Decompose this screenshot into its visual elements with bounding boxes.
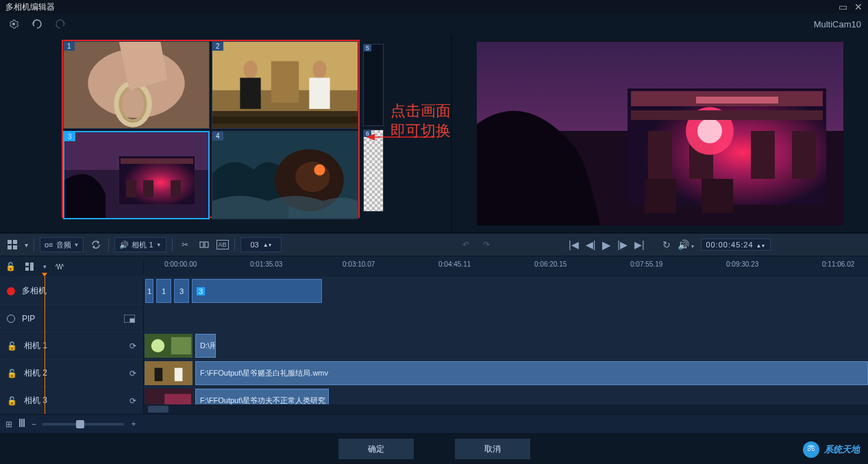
waveform-icon[interactable] [53,260,67,273]
loop-icon[interactable]: ↻ [662,239,671,250]
track-cam2: 🔓 相机 2 ⟳ F:\FFOutput\星爷赌圣白礼服结局.wmv [0,359,868,387]
svg-rect-44 [200,242,203,247]
scrollbar-thumb[interactable] [148,406,169,413]
track-body-multicam[interactable]: 1 1 3 3 [144,278,868,304]
track-body-pip[interactable] [144,305,868,332]
svg-rect-42 [8,245,12,249]
camera-cell-2[interactable]: 2 [212,41,358,129]
track-body-cam1[interactable]: D:\用 [144,332,868,359]
mc-seg[interactable]: 1 [156,279,171,303]
pip-ring-icon[interactable] [7,315,15,323]
fit-icon[interactable]: ⊞ [5,419,12,429]
timeline-hscroll[interactable] [144,404,868,414]
clip-cam2[interactable]: F:\FFOutput\星爷赌圣白礼服结局.wmv [195,361,868,385]
settings-icon[interactable] [7,17,21,31]
cut-icon[interactable]: ✂ [178,238,192,252]
close-icon[interactable]: ✕ [854,1,863,12]
toolbar: MultiCam10 [0,14,868,34]
extra-cam-column: 5 6 [363,44,384,212]
svg-rect-12 [271,61,299,103]
svg-point-66 [813,449,814,450]
svg-point-62 [803,441,819,458]
record-dot-icon[interactable] [7,287,15,295]
marker-icon[interactable] [18,419,26,429]
svg-rect-17 [126,180,136,197]
svg-rect-19 [171,180,181,197]
svg-rect-33 [751,131,775,179]
refresh-icon[interactable]: ⟳ [129,369,136,378]
svg-point-22 [295,162,330,192]
lock-icon[interactable]: 🔓 [7,396,17,406]
svg-rect-53 [171,337,191,354]
upper-panels: 1 2 3 4 5 6 点击画面 即可切换 [0,34,868,233]
svg-point-36 [697,119,722,143]
text-box-icon[interactable]: AB [216,240,229,249]
step-back-icon[interactable]: ◀| [586,239,596,250]
play-icon[interactable]: ▶ [602,239,610,252]
svg-rect-61 [23,419,25,427]
camera-cell-3[interactable]: 3 [63,131,210,219]
zoom-in-icon[interactable]: ＋ [129,418,138,430]
svg-rect-45 [205,242,208,247]
time-ruler[interactable]: 0:00:00.00 0:01:35.03 0:03:10.07 0:04:45… [144,256,868,277]
mc-seg[interactable]: 3 [174,279,189,303]
cell-number: 2 [212,42,223,51]
track-options-icon[interactable] [23,260,36,273]
clip-thumb[interactable] [144,334,193,358]
svg-point-23 [314,164,325,175]
split-icon[interactable] [197,238,211,252]
history-fwd-icon[interactable]: ↷ [480,238,493,252]
step-fwd-icon[interactable]: |▶ [617,239,628,250]
zoom-knob[interactable] [76,420,84,428]
go-start-icon[interactable]: |◀ [569,239,579,250]
cancel-button[interactable]: 取消 [455,439,530,459]
track-body-cam2[interactable]: F:\FFOutput\星爷赌圣白礼服结局.wmv [144,360,868,387]
preview-monitor[interactable] [477,42,843,225]
pip-mode-icon[interactable] [123,312,136,326]
refresh-icon[interactable]: ⟳ [129,396,136,406]
undo-icon[interactable] [30,17,44,31]
history-back-icon[interactable]: ↶ [459,238,473,252]
timecode-display[interactable]: 00:00:45:24▲▾ [701,239,770,251]
minimize-icon[interactable]: ▭ [839,1,847,12]
window-controls: ▭ ✕ [839,1,863,12]
camera-cell-1[interactable]: 1 [63,41,210,129]
clip-cam1[interactable]: D:\用 [195,334,216,358]
refresh-icon[interactable]: ⟳ [129,341,136,351]
svg-rect-56 [175,368,183,381]
lock-all-icon[interactable]: 🔓 [5,262,16,271]
zoom-slider[interactable] [42,423,124,426]
zoom-out-icon[interactable]: − [32,419,36,429]
svg-rect-54 [145,361,193,385]
grid-caret[interactable]: ▾ [25,241,28,249]
timeline-header: 🔓 ▾ 0:00:00.00 0:01:35.03 0:03:10.07 0:0… [0,256,868,277]
window-title: 多相机编辑器 [5,1,55,13]
svg-rect-59 [19,419,21,427]
redo-icon[interactable] [53,17,67,31]
controls-bar: ▾ o≡ 音频 ▼ 🔊 相机 1 ▼ ✂ AB 03▲▾ ↶ ↷ |◀ ◀| ▶… [0,233,868,256]
cell-number: 4 [212,132,223,141]
lock-icon[interactable]: 🔓 [7,369,17,378]
playhead[interactable] [45,277,45,414]
ok-button[interactable]: 确定 [338,439,414,459]
sync-audio-icon[interactable] [89,238,103,252]
camera-cell-5[interactable]: 5 [363,44,384,126]
svg-rect-40 [8,240,12,244]
frame-counter[interactable]: 03▲▾ [240,237,282,252]
go-end-icon[interactable]: ▶| [634,239,645,250]
camera-cell-4[interactable]: 4 [212,131,358,219]
cell-number: 3 [64,132,75,141]
mc-seg[interactable]: 1 [145,279,153,303]
track-options-caret[interactable]: ▾ [43,263,47,270]
audio-source-dropdown[interactable]: o≡ 音频 ▼ [40,237,84,252]
track-label: 多相机 [22,285,47,297]
grid-view-icon[interactable] [5,238,19,252]
lock-icon[interactable]: 🔓 [7,341,17,351]
svg-rect-34 [792,131,816,179]
volume-icon[interactable]: 🔊 ▾ [678,239,695,250]
camera-cell-6[interactable]: 6 [363,130,384,212]
mc-seg[interactable]: 3 [192,279,322,303]
camera-audio-dropdown[interactable]: 🔊 相机 1 ▼ [114,237,166,252]
watermark-logo: 系统天地 [802,441,860,459]
clip-thumb[interactable] [144,361,193,385]
